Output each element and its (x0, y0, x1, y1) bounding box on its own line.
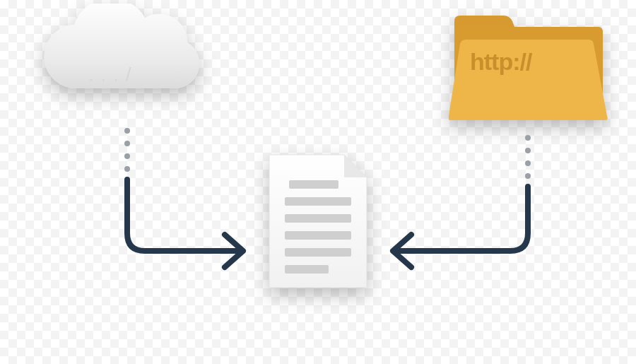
cloud-icon: . . . / (39, 4, 208, 120)
svg-point-12 (525, 148, 531, 153)
svg-rect-2 (285, 197, 351, 206)
svg-point-7 (124, 128, 130, 134)
svg-rect-4 (285, 231, 351, 240)
document-icon (265, 152, 371, 293)
svg-rect-1 (289, 180, 338, 189)
svg-rect-5 (285, 248, 351, 257)
right-arrow (393, 187, 528, 267)
left-arrow (127, 180, 243, 267)
folder-connector-dots (525, 135, 531, 179)
svg-rect-3 (285, 214, 351, 223)
svg-point-13 (525, 160, 531, 166)
svg-point-9 (124, 153, 130, 159)
svg-point-11 (525, 135, 531, 141)
svg-point-14 (525, 173, 531, 179)
folder-label: http:// (470, 48, 531, 76)
svg-rect-6 (285, 265, 329, 274)
cloud-label: . . . / (88, 64, 131, 86)
svg-point-10 (124, 166, 130, 172)
cloud-connector-dots (124, 128, 130, 172)
folder-icon: http:// (449, 13, 608, 126)
svg-point-8 (124, 141, 130, 146)
diagram-canvas: . . . / http:// (0, 0, 636, 364)
